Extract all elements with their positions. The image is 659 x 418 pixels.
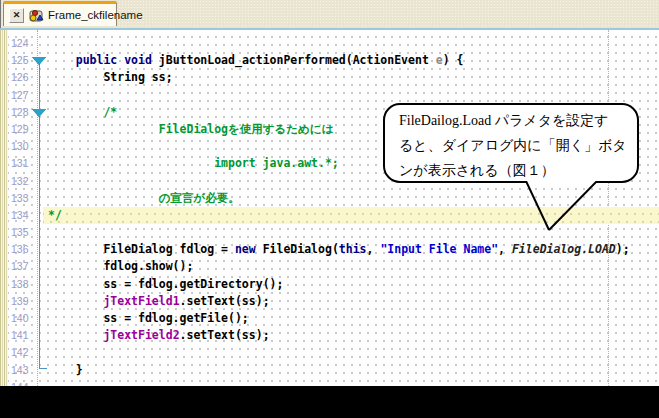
tab-strip: ✕ Frame_ckfilename: [0, 0, 659, 28]
code-line-141[interactable]: jTextField2.setText(ss);: [43, 327, 659, 344]
code-line-142[interactable]: [43, 344, 659, 361]
line-number-127: 127: [8, 87, 37, 104]
collapse-icon: ✕: [13, 10, 21, 20]
ide-window: ✕ Frame_ckfilename 124125126127128129130…: [0, 0, 659, 418]
line-number-133: 133: [8, 190, 37, 207]
line-number-129: 129: [8, 121, 37, 138]
code-line-127[interactable]: [43, 87, 659, 104]
editor-left-stripe: [0, 30, 8, 386]
line-number-141: 141: [8, 327, 37, 344]
line-number-130: 130: [8, 138, 37, 155]
code-line-139[interactable]: jTextField1.setText(ss);: [43, 293, 659, 310]
code-line-136[interactable]: FileDialog fdlog = new FileDialog(this, …: [43, 241, 659, 258]
line-number-134: 134: [8, 207, 37, 224]
fold-marker-expanded[interactable]: [32, 57, 46, 65]
callout-bubble: FileDailog.Load パラメタを設定す ると、ダイアログ内に「開く」ボ…: [383, 103, 639, 183]
line-number-124: 124: [8, 35, 37, 52]
code-line-140[interactable]: ss = fdlog.getFile();: [43, 310, 659, 327]
line-number-144: 144: [8, 379, 37, 386]
code-line-124[interactable]: [43, 35, 659, 52]
gutter-separator: [37, 30, 38, 386]
frame-icon: [28, 8, 44, 23]
code-line-143[interactable]: }: [43, 362, 659, 379]
line-number-131: 131: [8, 155, 37, 172]
bottom-black-bar: [0, 386, 659, 418]
line-number-135: 135: [8, 224, 37, 241]
callout-text-line: FileDailog.Load パラメタを設定す: [399, 108, 625, 133]
line-number-126: 126: [8, 69, 37, 86]
callout-text-line: ンが表示される（図１）: [399, 158, 625, 183]
code-line-137[interactable]: fdlog.show();: [43, 258, 659, 275]
line-number-140: 140: [8, 310, 37, 327]
fold-marker-expanded[interactable]: [32, 109, 46, 117]
line-number-136: 136: [8, 241, 37, 258]
line-number-138: 138: [8, 276, 37, 293]
code-line-144[interactable]: [43, 379, 659, 386]
line-number-139: 139: [8, 293, 37, 310]
code-line-138[interactable]: ss = fdlog.getDirectory();: [43, 276, 659, 293]
line-number-132: 132: [8, 173, 37, 190]
tab-label: Frame_ckfilename: [48, 9, 143, 21]
code-line-125[interactable]: public void jButtonLoad_actionPerformed(…: [43, 52, 659, 69]
code-line-126[interactable]: String ss;: [43, 69, 659, 86]
line-number-143: 143: [8, 362, 37, 379]
line-number-142: 142: [8, 344, 37, 361]
structure-toggle-button[interactable]: ✕: [9, 8, 24, 23]
callout-bubble-tail: [516, 181, 606, 233]
line-number-137: 137: [8, 258, 37, 275]
line-numbers: 1241251261271281291301311321331341351361…: [8, 35, 37, 386]
callout-text-line: ると、ダイアログ内に「開く」ボタ: [399, 133, 625, 158]
fold-scope-line: [39, 60, 40, 368]
tab-frame-ckfilename[interactable]: ✕ Frame_ckfilename: [3, 1, 117, 26]
